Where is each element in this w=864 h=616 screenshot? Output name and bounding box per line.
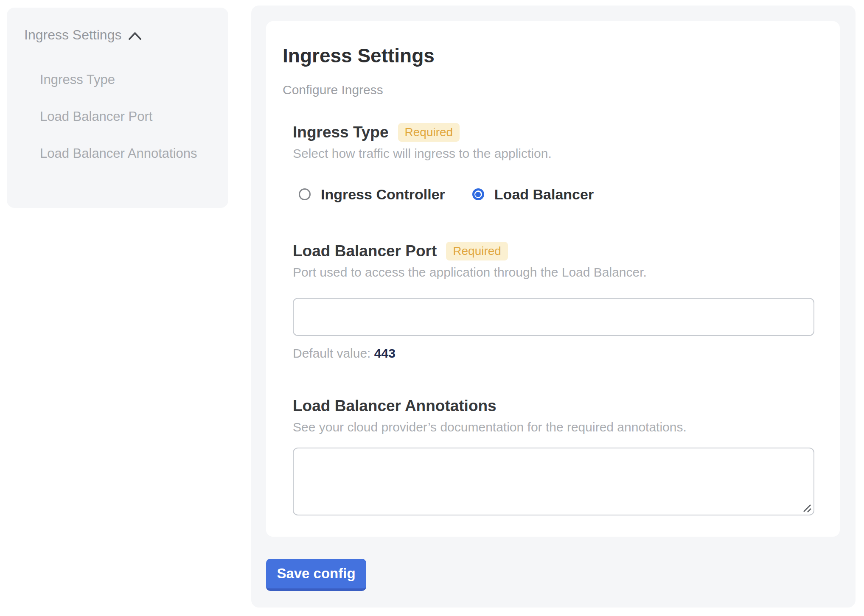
load-balancer-port-input[interactable] — [293, 298, 814, 336]
radio-icon[interactable] — [299, 188, 311, 200]
field-label-load-balancer-port: Load Balancer Port — [293, 242, 437, 260]
sidebar-group-ingress-settings[interactable]: Ingress Settings — [24, 27, 216, 43]
radio-option-load-balancer[interactable]: Load Balancer — [472, 186, 594, 203]
radio-label: Ingress Controller — [321, 186, 445, 203]
load-balancer-annotations-textarea[interactable] — [293, 448, 814, 515]
default-value-label: Default value: — [293, 346, 370, 360]
page-title: Ingress Settings — [283, 44, 814, 67]
field-description-load-balancer-port: Port used to access the application thro… — [293, 265, 814, 280]
page-subtitle: Configure Ingress — [283, 82, 814, 98]
textarea-resize-handle[interactable] — [801, 502, 812, 513]
section-load-balancer-port: Load Balancer Port Required Port used to… — [293, 242, 814, 361]
field-description-ingress-type: Select how traffic will ingress to the a… — [293, 146, 814, 161]
default-value: 443 — [374, 346, 396, 360]
ingress-type-radio-group: Ingress Controller Load Balancer — [293, 187, 814, 202]
radio-label: Load Balancer — [494, 186, 594, 203]
sidebar-group-label: Ingress Settings — [24, 27, 121, 43]
radio-option-ingress-controller[interactable]: Ingress Controller — [299, 186, 445, 203]
ingress-settings-card: Ingress Settings Configure Ingress Ingre… — [266, 21, 840, 537]
sidebar-item-ingress-type[interactable]: Ingress Type — [40, 67, 200, 92]
radio-icon[interactable] — [472, 188, 484, 200]
section-load-balancer-annotations: Load Balancer Annotations See your cloud… — [293, 397, 814, 515]
settings-sidebar: Ingress Settings Ingress Type Load Balan… — [7, 8, 228, 208]
chevron-up-icon — [128, 31, 142, 41]
field-label-ingress-type: Ingress Type — [293, 123, 389, 142]
default-value-note: Default value: 443 — [293, 346, 814, 361]
required-badge: Required — [446, 242, 508, 260]
section-ingress-type: Ingress Type Required Select how traffic… — [293, 123, 814, 202]
field-description-load-balancer-annotations: See your cloud provider’s documentation … — [293, 420, 814, 435]
sidebar-item-list: Ingress Type Load Balancer Port Load Bal… — [24, 67, 216, 165]
save-config-button[interactable]: Save config — [266, 559, 366, 591]
field-label-load-balancer-annotations: Load Balancer Annotations — [293, 397, 497, 415]
sidebar-item-load-balancer-port[interactable]: Load Balancer Port — [40, 104, 200, 129]
required-badge: Required — [398, 123, 460, 142]
sidebar-item-load-balancer-annotations[interactable]: Load Balancer Annotations — [40, 141, 200, 165]
main-panel: Ingress Settings Configure Ingress Ingre… — [251, 6, 856, 608]
